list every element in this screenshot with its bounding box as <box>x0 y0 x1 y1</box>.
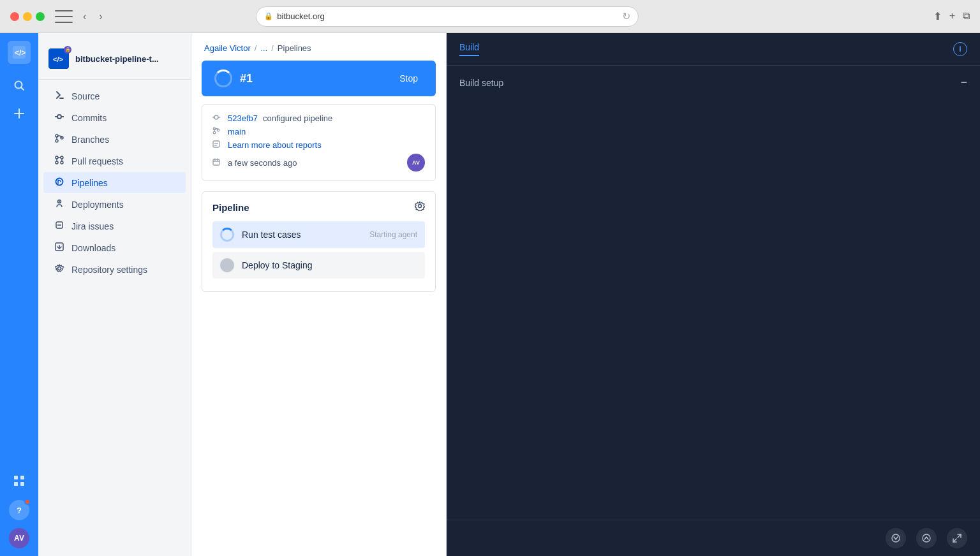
sidebar-item-downloads[interactable]: Downloads <box>43 237 186 258</box>
svg-point-21 <box>61 156 63 159</box>
svg-rect-44 <box>213 159 219 165</box>
search-rail-icon[interactable] <box>8 74 31 97</box>
back-button[interactable]: ‹ <box>80 8 89 25</box>
add-rail-icon[interactable] <box>8 102 31 125</box>
app-logo[interactable]: </> <box>8 41 31 64</box>
pipelines-label: Pipelines <box>71 178 108 188</box>
user-avatar-rail[interactable]: AV <box>9 528 29 548</box>
branch-link[interactable]: main <box>228 127 246 136</box>
svg-rect-8 <box>14 482 18 486</box>
source-icon <box>54 91 65 101</box>
app-container: </> ? <box>0 33 980 556</box>
svg-point-26 <box>56 179 63 186</box>
help-icon-label: ? <box>17 506 22 515</box>
svg-point-48 <box>419 205 422 208</box>
new-tab-icon[interactable]: + <box>949 10 955 22</box>
commit-info-row: 523efb7 configured pipeline <box>212 113 425 123</box>
calendar-icon <box>212 158 223 168</box>
reload-button[interactable]: ↻ <box>622 10 630 22</box>
sidebar-item-branches[interactable]: Branches <box>43 129 186 150</box>
forward-button[interactable]: › <box>96 8 105 25</box>
repo-header: </> 🔒 bitbucket-pipeline-t... <box>38 43 191 80</box>
expand-button[interactable] <box>947 528 967 548</box>
right-panel-footer <box>447 520 980 556</box>
svg-rect-41 <box>213 141 219 147</box>
sidebar-item-commits[interactable]: Commits <box>43 107 186 128</box>
help-rail-icon[interactable]: ? <box>9 500 29 520</box>
grid-rail-icon[interactable] <box>8 469 31 492</box>
share-icon[interactable]: ⬆ <box>933 10 942 22</box>
url-bar[interactable]: 🔒 bitbucket.org ↻ <box>256 6 639 27</box>
pipeline-section-title: Pipeline <box>212 202 249 213</box>
tabs-icon[interactable]: ⧉ <box>963 10 970 22</box>
browser-chrome: ‹ › 🔒 bitbucket.org ↻ ⬆ + ⧉ <box>0 0 980 33</box>
downloads-label: Downloads <box>71 243 115 253</box>
build-tab[interactable]: Build <box>459 42 479 56</box>
svg-point-33 <box>58 267 61 270</box>
run-spinner <box>214 70 232 87</box>
step-circle-deploy <box>220 258 234 272</box>
rail-bottom: ? AV <box>8 469 31 548</box>
user-avatar-info: AV <box>407 154 425 172</box>
svg-point-20 <box>56 161 58 164</box>
commit-message: configured pipeline <box>263 113 332 123</box>
commits-icon <box>54 112 65 123</box>
traffic-light-green[interactable] <box>36 12 45 21</box>
sidebar-item-pipelines[interactable]: Pipelines <box>43 172 186 193</box>
branch-icon <box>212 127 223 136</box>
breadcrumb-ellipsis[interactable]: ... <box>260 43 267 53</box>
sidebar-item-deployments[interactable]: Deployments <box>43 194 186 215</box>
commits-label: Commits <box>71 113 107 123</box>
pull-requests-icon <box>54 156 65 166</box>
step-status-run-tests: Starting agent <box>369 230 417 239</box>
sidebar-item-pull-requests[interactable]: Pull requests <box>43 150 186 172</box>
pipeline-step-run-tests[interactable]: Run test cases Starting agent <box>212 221 425 248</box>
pull-requests-label: Pull requests <box>71 156 123 166</box>
info-button[interactable]: i <box>953 42 967 56</box>
scroll-down-button[interactable] <box>886 528 906 548</box>
pipeline-step-deploy-staging[interactable]: Deploy to Staging <box>212 252 425 279</box>
sidebar-item-source[interactable]: Source <box>43 85 186 106</box>
browser-actions: ⬆ + ⧉ <box>933 10 970 22</box>
sidebar-item-jira-issues[interactable]: Jira issues <box>43 216 186 237</box>
pipelines-icon <box>54 177 65 188</box>
time-info-row: a few seconds ago AV <box>212 154 425 172</box>
sidebar: </> 🔒 bitbucket-pipeline-t... Source <box>38 33 191 556</box>
pipeline-info: 523efb7 configured pipeline main <box>202 104 436 181</box>
pipeline-settings-button[interactable] <box>415 201 425 214</box>
jira-icon <box>54 221 65 231</box>
traffic-light-yellow[interactable] <box>23 12 32 21</box>
step-name-deploy: Deploy to Staging <box>242 260 410 270</box>
sidebar-toggle-btn[interactable] <box>55 10 73 23</box>
source-label: Source <box>71 91 100 101</box>
svg-line-3 <box>22 88 24 91</box>
pipeline-section: Pipeline Run test cases Starting agent D… <box>202 191 436 292</box>
svg-point-12 <box>57 115 61 119</box>
main-content: Agaile Victor / ... / Pipelines #1 Stop <box>191 33 447 556</box>
repo-icon: </> 🔒 <box>48 48 69 69</box>
sidebar-item-repo-settings[interactable]: Repository settings <box>43 259 186 280</box>
breadcrumb-user[interactable]: Agaile Victor <box>204 43 251 53</box>
downloads-icon <box>54 242 65 253</box>
collapse-button[interactable]: − <box>960 76 967 89</box>
build-setup-row: Build setup − <box>447 66 980 99</box>
svg-text:</>: </> <box>53 55 63 63</box>
scroll-up-button[interactable] <box>916 528 937 548</box>
svg-text:</>: </> <box>15 48 26 57</box>
repo-settings-icon <box>54 264 65 275</box>
traffic-light-red[interactable] <box>10 12 19 21</box>
commit-hash-link[interactable]: 523efb7 <box>228 113 258 123</box>
repo-name[interactable]: bitbucket-pipeline-t... <box>75 54 159 64</box>
pipeline-run-header: #1 Stop <box>202 61 436 96</box>
jira-issues-label: Jira issues <box>71 221 114 231</box>
svg-point-19 <box>56 156 58 159</box>
repo-lock-icon: 🔒 <box>64 46 71 54</box>
stop-button[interactable]: Stop <box>394 71 423 86</box>
svg-point-16 <box>56 140 58 142</box>
console-area <box>447 99 980 520</box>
svg-point-22 <box>61 161 63 164</box>
learn-more-link[interactable]: Learn more about reports <box>228 140 322 150</box>
pipeline-section-header: Pipeline <box>212 201 425 214</box>
run-left: #1 <box>214 70 253 87</box>
branch-info-row: main <box>212 127 425 136</box>
